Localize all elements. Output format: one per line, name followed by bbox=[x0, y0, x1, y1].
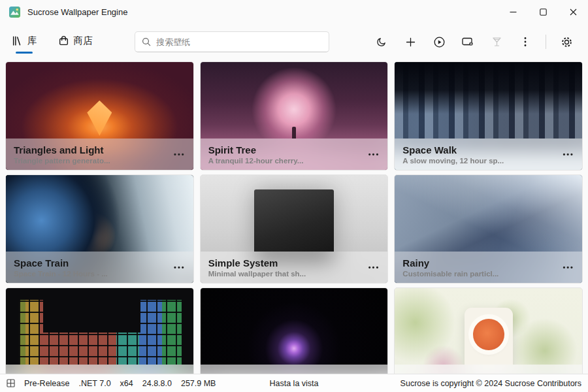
wallpaper-more-button[interactable]: ••• bbox=[557, 150, 574, 158]
wallpaper-thumbnail bbox=[6, 288, 193, 374]
more-options-button[interactable] bbox=[514, 31, 536, 52]
toolbar bbox=[370, 31, 578, 52]
toolbar-divider bbox=[546, 35, 546, 49]
wallpaper-more-button[interactable]: ••• bbox=[169, 150, 186, 158]
search-icon bbox=[142, 37, 151, 46]
wallpaper-card-periodic-table[interactable]: Periodic Table ••• bbox=[5, 287, 194, 374]
wallpaper-info-bar: Space Train Space Train - 12 Hours - ...… bbox=[6, 252, 193, 283]
store-icon bbox=[58, 35, 69, 46]
wallpaper-description: Customisable rain particl... bbox=[402, 270, 557, 278]
status-architecture: x64 bbox=[120, 379, 133, 388]
status-left: Pre-Release .NET 7.0 x64 24.8.8.0 257.9 … bbox=[7, 379, 216, 388]
play-button[interactable] bbox=[428, 31, 450, 52]
wallpaper-title: Simple System bbox=[208, 257, 363, 270]
donate-button[interactable] bbox=[485, 31, 508, 52]
minimize-icon bbox=[510, 8, 517, 16]
close-button[interactable] bbox=[558, 0, 588, 24]
wallpaper-more-button[interactable]: ••• bbox=[169, 263, 186, 271]
wallpaper-info-bar: Simple System Minimal wallpaper that sh.… bbox=[201, 252, 388, 283]
wallpaper-thumbnail bbox=[201, 288, 388, 374]
minimize-button[interactable] bbox=[498, 0, 528, 24]
status-dotnet-version: .NET 7.0 bbox=[78, 379, 110, 388]
status-bar: Pre-Release .NET 7.0 x64 24.8.8.0 257.9 … bbox=[0, 374, 588, 392]
wallpaper-title: Space Walk bbox=[402, 144, 557, 157]
wallpaper-description: Space Train - 12 Hours - ... bbox=[14, 270, 169, 278]
wallpaper-card-space-train[interactable]: Space Train Space Train - 12 Hours - ...… bbox=[5, 174, 194, 284]
wallpaper-title: Space Train bbox=[14, 257, 169, 270]
nav-tabs: 库 商店 bbox=[10, 31, 94, 54]
screen-share-icon bbox=[462, 37, 474, 47]
tab-store-label: 商店 bbox=[74, 35, 93, 47]
wallpaper-card-rainy[interactable]: Rainy Customisable rain particl... ••• bbox=[394, 174, 583, 284]
close-icon bbox=[570, 8, 577, 16]
wallpaper-info-bar: Rainy Customisable rain particl... ••• bbox=[395, 252, 582, 283]
wallpaper-description: Triangle pattern generato... bbox=[14, 157, 169, 165]
theme-toggle-button[interactable] bbox=[370, 31, 393, 52]
tab-store[interactable]: 商店 bbox=[57, 31, 94, 54]
wallpaper-thumbnail bbox=[395, 288, 582, 374]
search-box[interactable] bbox=[135, 31, 329, 52]
tab-library-label: 库 bbox=[27, 35, 37, 47]
status-message: Hasta la vista bbox=[269, 379, 318, 388]
wallpaper-card-neomorphic-music-player[interactable]: Neomorphic Music Pla ••• bbox=[394, 287, 583, 374]
library-icon bbox=[12, 35, 23, 46]
status-memory-usage: 257.9 MB bbox=[181, 379, 216, 388]
wallpaper-card-spirit-tree[interactable]: Spirit Tree A tranquil 12-hour cherry...… bbox=[200, 61, 389, 171]
app-icon bbox=[9, 7, 20, 18]
more-vertical-icon bbox=[524, 37, 527, 47]
maximize-icon bbox=[540, 8, 547, 16]
status-app-version: 24.8.8.0 bbox=[142, 379, 172, 388]
wallpaper-card-space-walk[interactable]: Space Walk A slow moving, 12 hour sp... … bbox=[394, 61, 583, 171]
status-copyright: Sucrose is copyright © 2024 Sucrose Cont… bbox=[400, 379, 581, 388]
search-area bbox=[94, 31, 371, 52]
wallpaper-description: Minimal wallpaper that sh... bbox=[208, 270, 363, 278]
wallpaper-card-particulate-medusae[interactable]: Particulate Medusae ••• bbox=[200, 287, 389, 374]
play-icon bbox=[434, 37, 445, 48]
plus-icon bbox=[406, 37, 416, 47]
wallpaper-info-bar: Particulate Medusae ••• bbox=[201, 365, 388, 374]
wallpaper-info-bar: Periodic Table ••• bbox=[6, 365, 193, 374]
moon-icon bbox=[376, 37, 387, 47]
drink-icon bbox=[492, 37, 502, 47]
wallpaper-more-button[interactable]: ••• bbox=[363, 150, 380, 158]
wallpaper-title: Triangles and Light bbox=[14, 144, 169, 157]
wallpaper-more-button[interactable]: ••• bbox=[557, 263, 574, 271]
screen-select-button[interactable] bbox=[457, 31, 479, 52]
wallpaper-info-bar: Space Walk A slow moving, 12 hour sp... … bbox=[395, 139, 582, 170]
wallpaper-more-button[interactable]: ••• bbox=[363, 263, 380, 271]
wallpaper-description: A tranquil 12-hour cherry... bbox=[208, 157, 363, 165]
tab-library[interactable]: 库 bbox=[10, 31, 39, 54]
wallpaper-card-simple-system[interactable]: Simple System Minimal wallpaper that sh.… bbox=[200, 174, 389, 284]
window-title: Sucrose Wallpaper Engine bbox=[27, 7, 127, 17]
command-bar: 库 商店 bbox=[0, 24, 588, 60]
wallpaper-card-triangles-and-light[interactable]: Triangles and Light Triangle pattern gen… bbox=[5, 61, 194, 171]
status-release-channel: Pre-Release bbox=[24, 379, 69, 388]
wallpaper-title: Spirit Tree bbox=[208, 144, 363, 157]
active-tab-indicator bbox=[16, 52, 33, 54]
wallpaper-info-bar: Spirit Tree A tranquil 12-hour cherry...… bbox=[201, 139, 388, 170]
settings-gear-icon bbox=[561, 37, 572, 48]
wallpaper-title: Rainy bbox=[402, 257, 557, 270]
maximize-button[interactable] bbox=[528, 0, 558, 24]
wallpaper-info-bar: Neomorphic Music Pla ••• bbox=[395, 365, 582, 374]
wallpaper-description: A slow moving, 12 hour sp... bbox=[402, 157, 557, 165]
wallpaper-grid: Triangles and Light Triangle pattern gen… bbox=[0, 60, 588, 374]
add-wallpaper-button[interactable] bbox=[399, 31, 421, 52]
grid-icon bbox=[7, 379, 15, 387]
search-input[interactable] bbox=[156, 37, 322, 47]
titlebar: Sucrose Wallpaper Engine bbox=[0, 0, 588, 24]
wallpaper-info-bar: Triangles and Light Triangle pattern gen… bbox=[6, 139, 193, 170]
settings-button[interactable] bbox=[555, 31, 578, 52]
